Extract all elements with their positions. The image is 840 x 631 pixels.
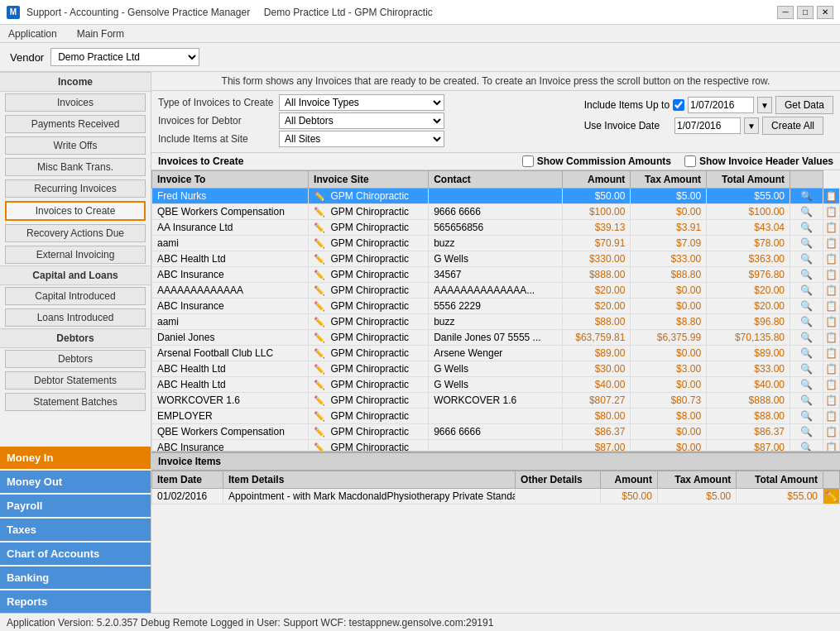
edit-icon[interactable]: ✏️ bbox=[314, 301, 325, 311]
scroll-action-btn[interactable]: 🔍 bbox=[790, 204, 823, 220]
include-date-calendar-btn[interactable]: ▼ bbox=[757, 97, 772, 113]
invoice-items-table-container[interactable]: Item Date Item Details Other Details Amo… bbox=[151, 471, 840, 504]
table-row[interactable]: ABC Insurance ✏️ GPM Chiropractic 5556 2… bbox=[152, 299, 840, 314]
sidebar-btn-debtors[interactable]: Debtors bbox=[5, 350, 146, 368]
detail-action-btn[interactable]: 📋 bbox=[823, 409, 840, 424]
detail-action-btn[interactable]: 📋 bbox=[823, 424, 840, 440]
create-all-button[interactable]: Create All bbox=[762, 117, 823, 135]
sidebar-btn-write-offs[interactable]: Write Offs bbox=[5, 136, 146, 155]
table-row[interactable]: ABC Insurance ✏️ GPM Chiropractic 34567 … bbox=[152, 267, 840, 283]
sidebar-nav-money-in[interactable]: Money In bbox=[0, 447, 151, 469]
table-row[interactable]: AA Insurance Ltd ✏️ GPM Chiropractic 565… bbox=[152, 220, 840, 236]
scroll-action-btn[interactable]: 🔍 bbox=[790, 299, 823, 314]
show-commission-checkbox[interactable] bbox=[522, 155, 534, 167]
edit-icon[interactable]: ✏️ bbox=[314, 332, 325, 342]
edit-icon[interactable]: ✏️ bbox=[314, 238, 325, 248]
sidebar-btn-payments-received[interactable]: Payments Received bbox=[5, 115, 146, 133]
scroll-action-btn[interactable]: 🔍 bbox=[790, 251, 823, 267]
edit-icon[interactable]: ✏️ bbox=[314, 380, 325, 390]
scroll-action-btn[interactable]: 🔍 bbox=[790, 424, 823, 440]
scroll-action-btn[interactable]: 🔍 bbox=[790, 377, 823, 393]
edit-icon[interactable]: ✏️ bbox=[314, 317, 325, 327]
sidebar-btn-recovery-actions[interactable]: Recovery Actions Due bbox=[5, 224, 146, 242]
sidebar-btn-loans-introduced[interactable]: Loans Introduced bbox=[5, 308, 146, 327]
edit-icon[interactable]: ✏️ bbox=[314, 254, 325, 264]
detail-action-btn[interactable]: 📋 bbox=[823, 361, 840, 377]
table-row[interactable]: QBE Workers Compensation ✏️ GPM Chiropra… bbox=[152, 204, 840, 220]
detail-action-btn[interactable]: 📋 bbox=[823, 440, 840, 452]
sidebar-btn-external-invoicing[interactable]: External Invoicing bbox=[5, 246, 146, 264]
type-filter-select[interactable]: All Invoice Types bbox=[279, 94, 444, 111]
detail-action-btn[interactable]: 📋 bbox=[823, 251, 840, 267]
scroll-action-btn[interactable]: 🔍 bbox=[790, 361, 823, 377]
edit-icon[interactable]: ✏️ bbox=[314, 348, 325, 358]
table-row[interactable]: AAAAAAAAAAAAA ✏️ GPM Chiropractic AAAAAA… bbox=[152, 283, 840, 299]
scroll-action-btn[interactable]: 🔍 bbox=[790, 440, 823, 452]
table-row[interactable]: QBE Workers Compensation ✏️ GPM Chiropra… bbox=[152, 424, 840, 440]
scroll-action-btn[interactable]: 🔍 bbox=[790, 409, 823, 424]
scroll-action-btn[interactable]: 🔍 bbox=[790, 189, 823, 204]
table-row[interactable]: aami ✏️ GPM Chiropractic buzz $88.00 $8.… bbox=[152, 314, 840, 330]
scroll-action-btn[interactable]: 🔍 bbox=[790, 283, 823, 299]
table-row[interactable]: ABC Health Ltd ✏️ GPM Chiropractic G Wel… bbox=[152, 251, 840, 267]
items-table-row[interactable]: 01/02/2016 Appointment - with Mark Macdo… bbox=[152, 489, 840, 504]
scroll-action-btn[interactable]: 🔍 bbox=[790, 330, 823, 346]
close-button[interactable]: ✕ bbox=[817, 6, 833, 19]
table-row[interactable]: Daniel Jones ✏️ GPM Chiropractic Danile … bbox=[152, 330, 840, 346]
sidebar-nav-taxes[interactable]: Taxes bbox=[0, 519, 151, 541]
detail-action-btn[interactable]: 📋 bbox=[823, 204, 840, 220]
debtor-filter-select[interactable]: All Debtors bbox=[279, 112, 444, 129]
sidebar-btn-debtor-statements[interactable]: Debtor Statements bbox=[5, 371, 146, 390]
table-row[interactable]: ABC Insurance ✏️ GPM Chiropractic $87.00… bbox=[152, 440, 840, 452]
invoices-table-container[interactable]: Invoice To Invoice Site Contact Amount T… bbox=[151, 170, 840, 452]
sidebar-btn-statement-batches[interactable]: Statement Batches bbox=[5, 393, 146, 411]
item-edit-btn[interactable]: ✏️ bbox=[823, 489, 840, 504]
edit-icon[interactable]: ✏️ bbox=[314, 395, 325, 405]
detail-action-btn[interactable]: 📋 bbox=[823, 283, 840, 299]
scroll-action-btn[interactable]: 🔍 bbox=[790, 267, 823, 283]
edit-icon[interactable]: ✏️ bbox=[314, 427, 325, 437]
scroll-action-btn[interactable]: 🔍 bbox=[790, 236, 823, 251]
detail-action-btn[interactable]: 📋 bbox=[823, 189, 840, 204]
vendor-select[interactable]: Demo Practice Ltd bbox=[50, 48, 199, 66]
detail-action-btn[interactable]: 📋 bbox=[823, 346, 840, 361]
sidebar-nav-reports[interactable]: Reports bbox=[0, 590, 151, 613]
sidebar-btn-invoices-to-create[interactable]: Invoices to Create bbox=[5, 201, 146, 221]
edit-icon[interactable]: ✏️ bbox=[314, 285, 325, 295]
detail-action-btn[interactable]: 📋 bbox=[823, 299, 840, 314]
include-up-to-checkbox[interactable] bbox=[673, 99, 684, 111]
include-up-to-date[interactable]: 1/07/2016 bbox=[688, 97, 754, 113]
table-row[interactable]: Arsenal Football Club LLC ✏️ GPM Chiropr… bbox=[152, 346, 840, 361]
get-data-button[interactable]: Get Data bbox=[775, 96, 833, 114]
table-row[interactable]: ABC Health Ltd ✏️ GPM Chiropractic G Wel… bbox=[152, 377, 840, 393]
detail-action-btn[interactable]: 📋 bbox=[823, 236, 840, 251]
minimize-button[interactable]: ─ bbox=[777, 6, 794, 19]
detail-action-btn[interactable]: 📋 bbox=[823, 330, 840, 346]
site-filter-select[interactable]: All Sites bbox=[279, 131, 444, 147]
detail-action-btn[interactable]: 📋 bbox=[823, 314, 840, 330]
use-invoice-date-input[interactable] bbox=[674, 117, 741, 134]
edit-icon[interactable]: ✏️ bbox=[314, 364, 325, 374]
sidebar-nav-payroll[interactable]: Payroll bbox=[0, 495, 151, 517]
menu-main-form[interactable]: Main Form bbox=[72, 26, 129, 41]
sidebar-btn-capital-introduced[interactable]: Capital Introduced bbox=[5, 287, 146, 305]
scroll-action-btn[interactable]: 🔍 bbox=[790, 220, 823, 236]
scroll-action-btn[interactable]: 🔍 bbox=[790, 314, 823, 330]
edit-icon[interactable]: ✏️ bbox=[314, 207, 325, 217]
sidebar-nav-money-out[interactable]: Money Out bbox=[0, 471, 151, 493]
menu-application[interactable]: Application bbox=[3, 26, 62, 41]
scroll-action-btn[interactable]: 🔍 bbox=[790, 346, 823, 361]
sidebar-nav-chart-of-accounts[interactable]: Chart of Accounts bbox=[0, 543, 151, 565]
table-row[interactable]: EMPLOYER ✏️ GPM Chiropractic $80.00 $8.0… bbox=[152, 409, 840, 424]
detail-action-btn[interactable]: 📋 bbox=[823, 267, 840, 283]
scroll-action-btn[interactable]: 🔍 bbox=[790, 393, 823, 409]
detail-action-btn[interactable]: 📋 bbox=[823, 220, 840, 236]
sidebar-btn-misc-bank[interactable]: Misc Bank Trans. bbox=[5, 158, 146, 176]
table-row[interactable]: WORKCOVER 1.6 ✏️ GPM Chiropractic WORKCO… bbox=[152, 393, 840, 409]
show-header-values-checkbox[interactable] bbox=[684, 155, 696, 167]
edit-icon[interactable]: ✏️ bbox=[314, 411, 325, 421]
table-row[interactable]: Fred Nurks ✏️ GPM Chiropractic $50.00 $5… bbox=[152, 189, 840, 204]
sidebar-nav-banking[interactable]: Banking bbox=[0, 566, 151, 589]
table-row[interactable]: ABC Health Ltd ✏️ GPM Chiropractic G Wel… bbox=[152, 361, 840, 377]
edit-icon[interactable]: ✏️ bbox=[314, 442, 325, 452]
